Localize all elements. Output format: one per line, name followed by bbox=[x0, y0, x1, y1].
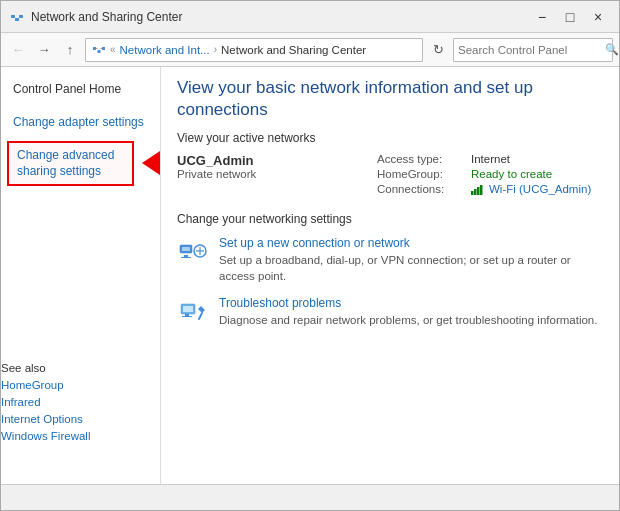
connections-value[interactable]: Wi-Fi (UCG_Admin) bbox=[489, 183, 591, 195]
up-button[interactable]: ↑ bbox=[59, 39, 81, 61]
main-layout: Control Panel Home Change adapter settin… bbox=[1, 67, 619, 484]
access-type-row: Access type: Internet bbox=[377, 153, 603, 165]
refresh-button[interactable]: ↻ bbox=[427, 39, 449, 61]
sidebar-change-adapter[interactable]: Change adapter settings bbox=[1, 110, 160, 135]
network-type: Private network bbox=[177, 168, 357, 180]
svg-rect-13 bbox=[480, 185, 483, 195]
troubleshoot-item: Troubleshoot problems Diagnose and repai… bbox=[177, 296, 603, 328]
troubleshoot-desc: Diagnose and repair network problems, or… bbox=[219, 314, 597, 326]
breadcrumb-part2: Network and Sharing Center bbox=[221, 44, 366, 56]
active-network-table: UCG_Admin Private network Access type: I… bbox=[177, 153, 603, 198]
see-also-infrared[interactable]: Infrared bbox=[1, 395, 160, 409]
setup-connection-desc: Set up a broadband, dial-up, or VPN conn… bbox=[219, 254, 571, 282]
setup-connection-text: Set up a new connection or network Set u… bbox=[219, 236, 603, 284]
svg-rect-10 bbox=[471, 191, 474, 195]
see-also-homegroup[interactable]: HomeGroup bbox=[1, 378, 160, 392]
setup-connection-link[interactable]: Set up a new connection or network bbox=[219, 236, 603, 250]
breadcrumb-arrow: › bbox=[214, 44, 217, 55]
svg-rect-7 bbox=[98, 50, 101, 53]
svg-rect-23 bbox=[185, 314, 189, 316]
close-button[interactable]: × bbox=[585, 6, 611, 28]
connections-label: Connections: bbox=[377, 183, 467, 195]
title-bar-left: Network and Sharing Center bbox=[9, 9, 182, 25]
homegroup-value[interactable]: Ready to create bbox=[471, 168, 552, 180]
access-type-label: Access type: bbox=[377, 153, 467, 165]
back-button[interactable]: ← bbox=[7, 39, 29, 61]
setup-connection-item: Set up a new connection or network Set u… bbox=[177, 236, 603, 284]
setup-connection-icon bbox=[177, 236, 209, 268]
svg-rect-22 bbox=[183, 306, 193, 312]
connections-row: Connections: Wi-Fi (UCG_Admin) bbox=[377, 183, 603, 195]
troubleshoot-text: Troubleshoot problems Diagnose and repai… bbox=[219, 296, 603, 328]
app-icon bbox=[9, 9, 25, 25]
homegroup-row: HomeGroup: Ready to create bbox=[377, 168, 603, 180]
minimize-button[interactable]: − bbox=[529, 6, 555, 28]
access-type-value: Internet bbox=[471, 153, 510, 165]
wifi-icon bbox=[471, 183, 485, 195]
svg-rect-2 bbox=[15, 18, 19, 21]
red-arrow-annotation bbox=[142, 151, 160, 175]
see-also-windows-firewall[interactable]: Windows Firewall bbox=[1, 429, 160, 443]
svg-rect-24 bbox=[182, 316, 192, 317]
svg-rect-15 bbox=[182, 247, 190, 251]
wifi-bars-icon bbox=[471, 184, 485, 195]
troubleshoot-link[interactable]: Troubleshoot problems bbox=[219, 296, 603, 310]
address-bar: ← → ↑ « Network and Int... › Network and… bbox=[1, 33, 619, 67]
window-title: Network and Sharing Center bbox=[31, 10, 182, 24]
change-networking-label: Change your networking settings bbox=[177, 212, 603, 226]
settings-section: Change your networking settings Set up a… bbox=[177, 212, 603, 328]
forward-button[interactable]: → bbox=[33, 39, 55, 61]
network-right: Access type: Internet HomeGroup: Ready t… bbox=[377, 153, 603, 198]
svg-rect-16 bbox=[184, 255, 188, 257]
svg-rect-11 bbox=[474, 189, 477, 195]
troubleshoot-svg-icon bbox=[178, 297, 208, 327]
see-also-section: See also HomeGroup Infrared Internet Opt… bbox=[1, 362, 160, 443]
sidebar-control-panel-home[interactable]: Control Panel Home bbox=[1, 77, 160, 102]
title-bar-controls: − □ × bbox=[529, 6, 611, 28]
page-title: View your basic network information and … bbox=[177, 77, 603, 121]
homegroup-label: HomeGroup: bbox=[377, 168, 467, 180]
sidebar-change-advanced[interactable]: Change advanced sharing settings bbox=[7, 141, 134, 187]
search-icon-button[interactable]: 🔍 bbox=[605, 43, 619, 56]
svg-rect-17 bbox=[181, 257, 191, 258]
see-also-internet-options[interactable]: Internet Options bbox=[1, 412, 160, 426]
status-bar bbox=[1, 484, 619, 511]
active-networks-label: View your active networks bbox=[177, 131, 603, 145]
search-input[interactable] bbox=[458, 44, 605, 56]
breadcrumb: « Network and Int... › Network and Shari… bbox=[85, 38, 423, 62]
see-also-label: See also bbox=[1, 362, 160, 374]
breadcrumb-part1[interactable]: Network and Int... bbox=[120, 44, 210, 56]
network-left: UCG_Admin Private network bbox=[177, 153, 357, 198]
title-bar: Network and Sharing Center − □ × bbox=[1, 1, 619, 33]
svg-rect-6 bbox=[102, 47, 105, 50]
connection-icon bbox=[178, 237, 208, 267]
troubleshoot-icon bbox=[177, 296, 209, 328]
content-area: View your basic network information and … bbox=[161, 67, 619, 484]
svg-line-25 bbox=[199, 313, 202, 319]
network-name: UCG_Admin bbox=[177, 153, 357, 168]
maximize-button[interactable]: □ bbox=[557, 6, 583, 28]
sidebar: Control Panel Home Change adapter settin… bbox=[1, 67, 161, 484]
breadcrumb-icon bbox=[92, 43, 106, 57]
breadcrumb-sep1: « bbox=[110, 44, 116, 55]
search-box[interactable]: 🔍 bbox=[453, 38, 613, 62]
svg-rect-12 bbox=[477, 187, 480, 195]
